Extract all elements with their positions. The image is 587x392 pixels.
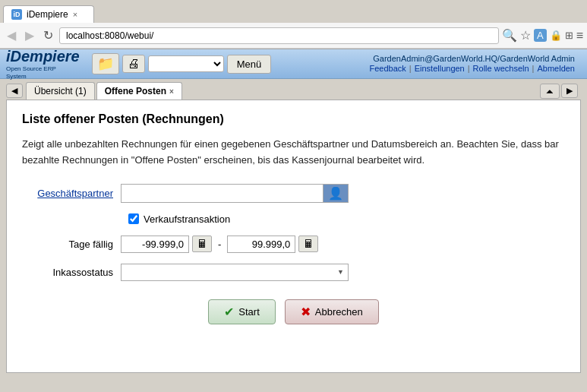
geschaeftspartner-row: Geschäftspartner 👤 bbox=[30, 184, 565, 203]
footer-buttons: ✔ Start ✖ Abbrechen bbox=[22, 292, 565, 330]
verkaufstransaktion-row: Verkaufstransaktion bbox=[30, 213, 565, 225]
back-button[interactable]: ◀ bbox=[4, 27, 19, 44]
settings-link[interactable]: Einstellungen bbox=[415, 64, 465, 73]
address-bar[interactable] bbox=[59, 27, 499, 44]
panel-description: Zeigt alle unbezahlten Rechnungen für ei… bbox=[22, 137, 565, 169]
nav-right-btn[interactable]: ▶ bbox=[561, 84, 578, 98]
user-nav: Feedback | Einstellungen | Rolle wechsel… bbox=[364, 63, 581, 74]
user-info: GardenAdmin@GardenWorld.HQ/GardenWorld A… bbox=[364, 54, 581, 63]
start-check-icon: ✔ bbox=[224, 305, 234, 319]
tage-faellig-row: Tage fällig 🖩 - 🖩 bbox=[30, 236, 565, 253]
browser-tab[interactable]: iD iDempiere × bbox=[3, 5, 94, 23]
inkassostatus-label: Inkassostatus bbox=[30, 267, 121, 278]
feedback-link[interactable]: Feedback bbox=[370, 64, 406, 73]
calc-btn-left[interactable]: 🖩 bbox=[192, 236, 212, 252]
abbrechen-button[interactable]: ✖ Abbrechen bbox=[285, 299, 379, 324]
tage-from-input[interactable] bbox=[121, 236, 189, 253]
tab-offene-posten-label: Offene Posten bbox=[105, 86, 166, 96]
range-separator: - bbox=[215, 239, 224, 250]
start-label: Start bbox=[238, 306, 259, 318]
reload-button[interactable]: ↻ bbox=[40, 27, 56, 44]
inkassostatus-select[interactable] bbox=[121, 264, 349, 281]
tab-offene-posten[interactable]: Offene Posten × bbox=[96, 82, 182, 100]
nav-left-btn[interactable]: ◀ bbox=[6, 84, 23, 98]
tab-offene-posten-close[interactable]: × bbox=[169, 87, 174, 96]
menu-icon[interactable]: ≡ bbox=[576, 29, 583, 43]
extensions-icon: ⊞ bbox=[565, 30, 573, 41]
forward-button[interactable]: ▶ bbox=[22, 27, 37, 44]
start-button[interactable]: ✔ Start bbox=[208, 299, 275, 324]
geschaeftspartner-label[interactable]: Geschäftspartner bbox=[30, 188, 121, 199]
tage-to-input[interactable] bbox=[227, 236, 295, 253]
toolbar-btn-print[interactable]: 🖨 bbox=[122, 55, 145, 73]
verkaufstransaktion-label: Verkaufstransaktion bbox=[144, 213, 230, 225]
security-icon: 🔒 bbox=[550, 30, 562, 41]
tab-favicon: iD bbox=[11, 9, 22, 20]
toolbar-area: 📁 🖨 Menü bbox=[92, 53, 364, 74]
tab-close-btn[interactable]: × bbox=[73, 10, 77, 19]
collapse-btn[interactable]: ⏶ bbox=[540, 84, 560, 99]
inkassostatus-wrapper bbox=[121, 264, 349, 281]
tab-title: iDempiere bbox=[27, 9, 68, 20]
app-subtitle: Open Source ERP System bbox=[6, 65, 67, 80]
search-icon: 🔍 bbox=[502, 28, 517, 43]
verkaufstransaktion-checkbox[interactable] bbox=[128, 213, 139, 224]
logo-area: iDempiere Open Source ERP System bbox=[6, 48, 80, 80]
person-icon[interactable]: 👤 bbox=[323, 185, 348, 202]
form-area: Geschäftspartner 👤 Verkaufstransaktion T… bbox=[22, 184, 565, 281]
app-logo: iDempiere bbox=[6, 48, 80, 65]
range-row: 🖩 - 🖩 bbox=[121, 236, 318, 253]
geschaeftspartner-input-wrapper: 👤 bbox=[121, 184, 349, 203]
tage-faellig-label: Tage fällig bbox=[30, 239, 121, 250]
switch-role-link[interactable]: Rolle wechseln bbox=[473, 64, 529, 73]
panel-title: Liste offener Posten (Rechnungen) bbox=[22, 112, 565, 126]
main-panel: Liste offener Posten (Rechnungen) Zeigt … bbox=[6, 100, 581, 373]
translate-icon: A bbox=[534, 29, 547, 42]
toolbar-select[interactable] bbox=[148, 55, 224, 72]
abbrechen-label: Abbrechen bbox=[315, 306, 363, 318]
tab-overview-label: Übersicht (1) bbox=[34, 86, 87, 96]
calc-btn-right[interactable]: 🖩 bbox=[298, 236, 318, 252]
star-icon: ☆ bbox=[520, 28, 531, 43]
abbrechen-x-icon: ✖ bbox=[301, 305, 311, 319]
menu-button[interactable]: Menü bbox=[227, 55, 272, 74]
tab-overview[interactable]: Übersicht (1) bbox=[26, 82, 95, 100]
inkassostatus-row: Inkassostatus bbox=[30, 264, 565, 281]
geschaeftspartner-input[interactable] bbox=[122, 185, 323, 201]
toolbar-btn-folder[interactable]: 📁 bbox=[92, 53, 119, 74]
logout-link[interactable]: Abmelden bbox=[537, 64, 575, 73]
